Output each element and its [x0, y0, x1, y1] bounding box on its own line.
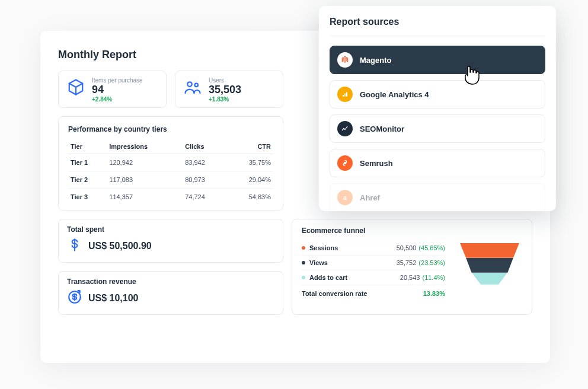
table-row: Tier 1 120,942 83,942 35,75% [68, 154, 273, 171]
transaction-revenue-value: US$ 10,100 [88, 293, 139, 304]
source-item-ga4[interactable]: Google Analytics 4 [330, 80, 545, 109]
source-label: SEOMonitor [360, 125, 404, 133]
funnel-total: Total conversion rate 13.83% [302, 285, 445, 297]
kpi-delta: +2.84% [92, 96, 143, 103]
kpi-row: Items per purchase 94 +2.84% Users 35,50… [58, 71, 283, 108]
kpi-items-per-purchase: Items per purchase 94 +2.84% [58, 71, 167, 108]
kpi-users: Users 35,503 +1.83% [175, 71, 283, 108]
funnel-segment-2 [466, 258, 513, 273]
ecommerce-funnel-card: Ecommerce funnel Sessions 50,500 (45.65%… [292, 219, 532, 315]
source-label: Semrush [360, 159, 393, 168]
revenue-icon [67, 289, 82, 307]
funnel-segment-1 [460, 243, 519, 258]
source-item-semrush[interactable]: Semrush [330, 149, 545, 177]
performance-title: Performance by country tiers [68, 125, 273, 133]
svg-rect-3 [343, 95, 344, 97]
performance-table: Tier Impressions Clicks CTR Tier 1 120,9… [68, 139, 273, 205]
source-label: Google Analytics 4 [360, 90, 429, 99]
funnel-row-sessions: Sessions 50,500 (45.65%) [302, 241, 445, 256]
source-item-seomonitor[interactable]: SEOMonitor [330, 114, 545, 143]
svg-point-1 [195, 84, 199, 87]
svg-rect-4 [344, 94, 346, 97]
google-analytics-icon [337, 87, 353, 102]
table-row: Tier 3 114,357 74,724 54,83% [68, 188, 273, 205]
funnel-chart [457, 241, 522, 297]
source-item-magento[interactable]: Magento [330, 46, 545, 74]
transaction-revenue-title: Transaction revenue [67, 278, 274, 286]
magento-icon [337, 52, 353, 68]
kpi-value: 35,503 [209, 84, 241, 96]
svg-rect-5 [346, 92, 347, 97]
users-icon [183, 77, 203, 97]
kpi-value: 94 [92, 84, 143, 96]
funnel-row-views: Views 35,752 (23.53%) [302, 256, 445, 270]
ahref-icon: a [337, 190, 353, 205]
total-spent-card: Total spent US$ 50,500.90 [58, 219, 283, 263]
svg-point-0 [187, 82, 192, 87]
report-sources-title: Report sources [330, 17, 545, 36]
box-icon [66, 77, 86, 97]
source-item-ahref[interactable]: a Ahref [330, 183, 545, 211]
total-spent-title: Total spent [67, 225, 274, 234]
kpi-delta: +1.83% [209, 96, 241, 103]
col-tier: Tier [68, 139, 107, 154]
funnel-list: Sessions 50,500 (45.65%) Views 35,752 (2… [302, 241, 445, 297]
source-label: Ahref [360, 193, 380, 202]
dot-icon [302, 276, 305, 279]
total-spent-value: US$ 50,500.90 [88, 241, 152, 251]
dot-icon [302, 261, 305, 264]
col-clicks: Clicks [183, 139, 226, 154]
dollar-icon [67, 237, 82, 255]
semrush-icon [337, 155, 353, 171]
funnel-segment-3 [472, 273, 507, 285]
table-row: Tier 2 117,083 80,973 29,04% [68, 171, 273, 188]
funnel-row-adds: Adds to cart 20,543 (11.4%) [302, 270, 445, 285]
funnel-title: Ecommerce funnel [302, 227, 522, 235]
source-label: Magento [360, 56, 391, 65]
report-sources-panel: Report sources Magento Google Analytics … [319, 6, 556, 211]
seomonitor-icon [337, 121, 353, 136]
dot-icon [302, 246, 305, 250]
col-impressions: Impressions [107, 139, 183, 154]
col-ctr: CTR [226, 139, 273, 154]
transaction-revenue-card: Transaction revenue US$ 10,100 [58, 271, 283, 315]
performance-card: Performance by country tiers Tier Impres… [58, 116, 283, 211]
